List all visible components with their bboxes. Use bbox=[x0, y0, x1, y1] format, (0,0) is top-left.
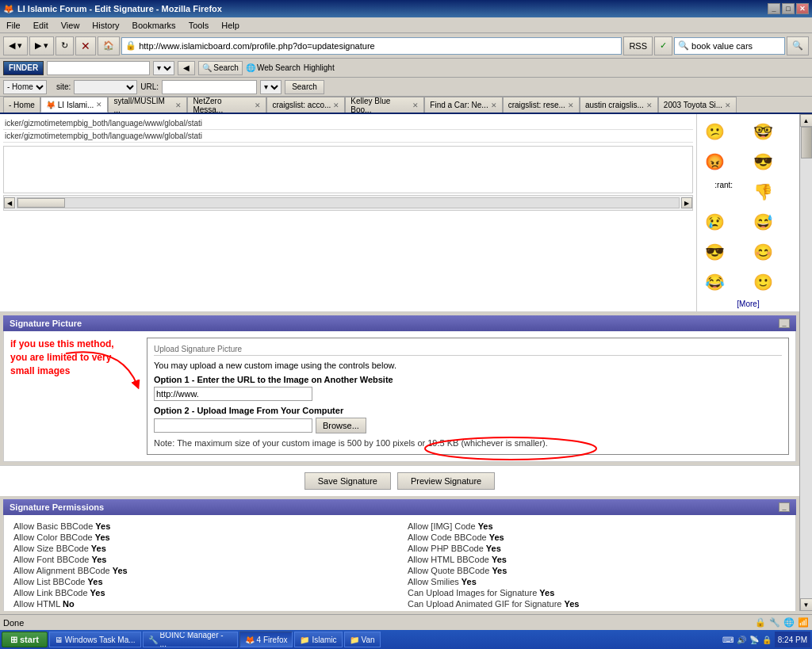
taskbar-item-firefox[interactable]: 🦊 4 Firefox bbox=[239, 632, 293, 647]
tab-findacar-label: Find a Car: Ne... bbox=[430, 101, 488, 109]
smiley-2[interactable]: 🤓 bbox=[749, 117, 778, 146]
tab-close-sytall[interactable]: ✕ bbox=[175, 101, 182, 109]
tab-netzero[interactable]: NetZero Messa... ✕ bbox=[187, 97, 266, 113]
permissions-title: Signature Permissions bbox=[10, 502, 104, 512]
finder-nav-prev[interactable]: ◀ bbox=[178, 61, 195, 75]
forward-button[interactable]: ▶ ▾ bbox=[29, 36, 54, 55]
finder-button[interactable]: FINDER bbox=[3, 61, 44, 75]
h-scrollbar-track[interactable] bbox=[17, 197, 680, 208]
reload-button[interactable]: ↻ bbox=[56, 36, 74, 55]
back-button[interactable]: ◀ ▾ bbox=[3, 36, 28, 55]
menu-tools[interactable]: Tools bbox=[186, 19, 213, 32]
scroll-thumb[interactable] bbox=[801, 127, 812, 158]
more-smileys-link[interactable]: [More] bbox=[700, 300, 796, 308]
tab-toyota[interactable]: 2003 Toyota Si... ✕ bbox=[658, 97, 737, 113]
tab-craigslist1-label: craigslist: acco... bbox=[272, 101, 331, 109]
menu-view[interactable]: View bbox=[58, 19, 83, 32]
tab-netzero-label: NetZero Messa... bbox=[193, 97, 252, 113]
perm-html: Allow HTML No bbox=[13, 599, 392, 609]
tab-close-craigslist2[interactable]: ✕ bbox=[568, 101, 574, 109]
main-content: icker/gizmotimetempbig_both/language/www… bbox=[0, 114, 812, 611]
menu-file[interactable]: File bbox=[3, 19, 24, 32]
stop-button[interactable]: ✕ bbox=[75, 36, 96, 55]
sig-picture-minimize[interactable]: _ bbox=[779, 319, 790, 328]
tab-sytall[interactable]: sytall/MUSLIM ... ✕ bbox=[108, 97, 187, 113]
smiley-4[interactable]: 😎 bbox=[749, 147, 778, 176]
smiley-9[interactable]: 😊 bbox=[749, 238, 778, 266]
h-scrollbar-thumb[interactable] bbox=[17, 198, 65, 208]
status-icon-2: 🔧 bbox=[769, 617, 780, 628]
finder-input[interactable] bbox=[47, 61, 150, 75]
tab-craigslist2[interactable]: craigslist: rese... ✕ bbox=[503, 97, 580, 113]
url-input-sig[interactable] bbox=[154, 387, 312, 401]
window-title: LI Islamic Forum - Edit Signature - Mozi… bbox=[17, 4, 222, 13]
browse-button[interactable]: Browse... bbox=[316, 418, 366, 433]
status-icons: 🔒 🔧 🌐 📶 bbox=[755, 617, 809, 628]
tab-findacar[interactable]: Find a Car: Ne... ✕ bbox=[424, 97, 502, 113]
perm-smilies: Allow Smilies Yes bbox=[408, 577, 786, 586]
smiley-5[interactable]: 👎 bbox=[749, 178, 778, 206]
text-editor-area[interactable] bbox=[3, 146, 693, 193]
tab-close-craigslist1[interactable]: ✕ bbox=[333, 101, 339, 109]
tab-close-toyota[interactable]: ✕ bbox=[725, 101, 731, 109]
nav-bar: ◀ ▾ ▶ ▾ ↻ ✕ 🏠 🔒 http://www.islamicboard.… bbox=[0, 33, 812, 59]
finder-dropdown[interactable]: ▾ bbox=[153, 61, 174, 75]
file-input[interactable] bbox=[154, 418, 312, 433]
search-input-nav[interactable]: 🔍 book value cars bbox=[674, 37, 785, 55]
tab-close-netzero[interactable]: ✕ bbox=[255, 101, 261, 109]
taskbar-item-van[interactable]: 📁 Van bbox=[344, 632, 381, 647]
tab-islami[interactable]: 🦊 LI Islami... ✕ bbox=[40, 97, 109, 113]
perm-quote-bbcode: Allow Quote BBCode Yes bbox=[408, 566, 786, 575]
taskbar-item-taskmanager[interactable]: 🖥 Windows Task Ma... bbox=[49, 632, 141, 647]
nav-search-go[interactable]: 🔍 bbox=[787, 36, 809, 55]
address-bar[interactable]: 🔒 http://www.islamicboard.com/profile.ph… bbox=[121, 37, 622, 55]
taskbar-item-boinc[interactable]: 🔧 BOINC Manager - ... bbox=[143, 632, 238, 647]
smiley-7[interactable]: 😅 bbox=[749, 208, 778, 236]
home-button[interactable]: 🏠 bbox=[98, 36, 120, 55]
smiley-1[interactable]: 😕 bbox=[700, 117, 729, 146]
check-button[interactable]: ✓ bbox=[654, 36, 672, 55]
upload-box-title: Upload Signature Picture bbox=[154, 345, 782, 356]
site-dropdown[interactable] bbox=[74, 80, 137, 94]
tab-close-islami[interactable]: ✕ bbox=[96, 101, 102, 109]
scroll-up-btn[interactable]: ▲ bbox=[800, 114, 813, 127]
scroll-left-btn[interactable]: ◀ bbox=[4, 197, 15, 208]
tab-close-findacar[interactable]: ✕ bbox=[491, 101, 497, 109]
home-dropdown[interactable]: - Home bbox=[3, 80, 47, 94]
tab-close-kelley[interactable]: ✕ bbox=[412, 101, 419, 109]
menu-edit[interactable]: Edit bbox=[30, 19, 52, 32]
smiley-8[interactable]: 😎 bbox=[700, 238, 729, 266]
url-dropdown[interactable]: ▾ bbox=[260, 80, 282, 94]
tab-kelley[interactable]: Kelley Blue Boo... ✕ bbox=[345, 97, 424, 113]
smiley-10[interactable]: 😂 bbox=[700, 268, 729, 296]
smiley-3[interactable]: 😡 bbox=[700, 147, 729, 176]
scroll-down-btn[interactable]: ▼ bbox=[800, 598, 813, 611]
highlight-button[interactable]: Highlight bbox=[304, 63, 335, 72]
tab-austin[interactable]: austin craigslis... ✕ bbox=[580, 97, 658, 113]
finder-search-button[interactable]: 🔍 Search bbox=[198, 61, 243, 75]
taskbar-item-islamic[interactable]: 📁 Islamic bbox=[294, 632, 342, 647]
menu-help[interactable]: Help bbox=[218, 19, 243, 32]
minimize-button[interactable]: _ bbox=[768, 3, 780, 14]
menu-bookmarks[interactable]: Bookmarks bbox=[129, 19, 179, 32]
smiley-11[interactable]: 🙂 bbox=[749, 268, 778, 296]
tab-home[interactable]: - Home bbox=[3, 97, 40, 113]
permissions-minimize[interactable]: _ bbox=[779, 502, 790, 512]
tab-craigslist1[interactable]: craigslist: acco... ✕ bbox=[266, 97, 345, 113]
preview-signature-button[interactable]: Preview Signature bbox=[397, 472, 495, 490]
tab-close-austin[interactable]: ✕ bbox=[646, 101, 653, 109]
web-search-button[interactable]: 🌐 Web Search bbox=[246, 63, 301, 72]
menu-history[interactable]: History bbox=[89, 19, 122, 32]
scroll-track[interactable] bbox=[800, 127, 812, 598]
search-button[interactable]: Search bbox=[285, 80, 324, 94]
rss-button[interactable]: RSS bbox=[623, 36, 653, 55]
url-input[interactable] bbox=[162, 80, 257, 94]
close-button[interactable]: ✕ bbox=[796, 3, 809, 14]
scroll-right-btn[interactable]: ▶ bbox=[681, 197, 692, 208]
maximize-button[interactable]: □ bbox=[782, 3, 795, 14]
save-signature-button[interactable]: Save Signature bbox=[304, 472, 391, 490]
perm-align-bbcode: Allow Alignment BBCode Yes bbox=[13, 566, 392, 575]
start-button[interactable]: ⊞ start bbox=[2, 632, 48, 647]
smiley-6[interactable]: 😢 bbox=[700, 208, 729, 236]
islamic-label: Islamic bbox=[312, 636, 336, 644]
